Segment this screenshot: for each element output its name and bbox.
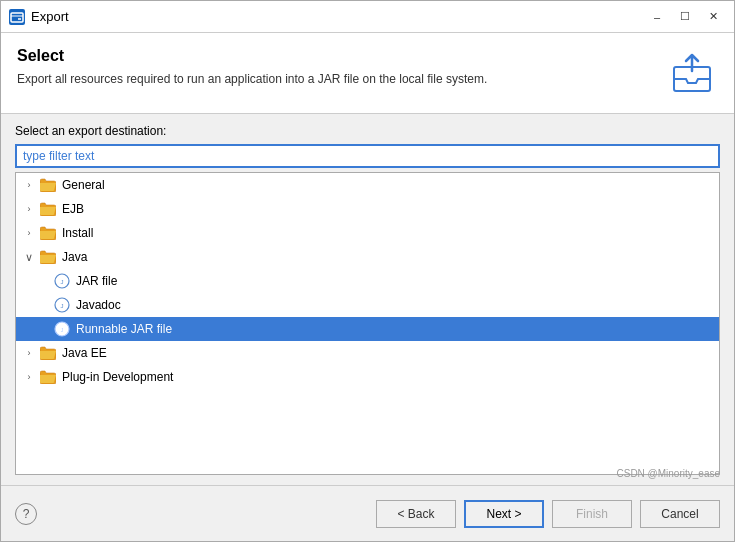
label-java: Java (62, 250, 87, 264)
label-jar-file: JAR file (76, 274, 117, 288)
header-icon (666, 47, 718, 99)
bottom-right: < Back Next > Finish Cancel (376, 500, 720, 528)
folder-icon-java-ee (40, 346, 58, 360)
folder-icon-plugin-dev (40, 370, 58, 384)
back-button[interactable]: < Back (376, 500, 456, 528)
label-javadoc: Javadoc (76, 298, 121, 312)
folder-icon-java (40, 250, 58, 264)
label-install: Install (62, 226, 93, 240)
export-dialog: Export – ☐ ✕ Select Export all resources… (0, 0, 735, 542)
tree-item-install[interactable]: › Install (16, 221, 719, 245)
label-ejb: EJB (62, 202, 84, 216)
header-title: Select (17, 47, 656, 65)
maximize-button[interactable]: ☐ (672, 7, 698, 27)
tree-item-jar-file[interactable]: J JAR file (16, 269, 719, 293)
svg-text:J: J (61, 279, 64, 285)
cancel-button[interactable]: Cancel (640, 500, 720, 528)
finish-button[interactable]: Finish (552, 500, 632, 528)
help-button[interactable]: ? (15, 503, 37, 525)
minimize-button[interactable]: – (644, 7, 670, 27)
tree-item-general[interactable]: › General (16, 173, 719, 197)
tree-item-javadoc[interactable]: J Javadoc (16, 293, 719, 317)
tree-item-java-ee[interactable]: › Java EE (16, 341, 719, 365)
arrow-plugin-dev: › (22, 370, 36, 384)
filter-input[interactable] (15, 144, 720, 168)
arrow-general: › (22, 178, 36, 192)
label-general: General (62, 178, 105, 192)
dialog-icon (9, 9, 25, 25)
bottom-left: ? (15, 503, 37, 525)
tree-item-java[interactable]: ∨ Java (16, 245, 719, 269)
arrow-java-ee: › (22, 346, 36, 360)
file-icon-runnable-jar: J (54, 321, 72, 337)
svg-rect-0 (11, 13, 23, 22)
arrow-java: ∨ (22, 250, 36, 264)
dialog-title: Export (31, 9, 644, 24)
folder-icon-ejb (40, 202, 58, 216)
bottom-bar: ? < Back Next > Finish Cancel (1, 485, 734, 541)
tree-item-plugin-dev[interactable]: › Plug-in Development (16, 365, 719, 389)
window-controls: – ☐ ✕ (644, 7, 726, 27)
tree-container[interactable]: › General › EJB (15, 172, 720, 475)
next-button[interactable]: Next > (464, 500, 544, 528)
export-destination-label: Select an export destination: (15, 124, 720, 138)
folder-icon-install (40, 226, 58, 240)
label-plugin-dev: Plug-in Development (62, 370, 173, 384)
content-section: Select an export destination: › General … (1, 114, 734, 485)
tree-item-runnable-jar[interactable]: J Runnable JAR file (16, 317, 719, 341)
file-icon-jar: J (54, 273, 72, 289)
svg-text:J: J (61, 303, 64, 309)
arrow-javadoc (36, 298, 50, 312)
tree-item-ejb[interactable]: › EJB (16, 197, 719, 221)
arrow-install: › (22, 226, 36, 240)
arrow-ejb: › (22, 202, 36, 216)
label-runnable-jar: Runnable JAR file (76, 322, 172, 336)
arrow-jar (36, 274, 50, 288)
close-button[interactable]: ✕ (700, 7, 726, 27)
header-description: Export all resources required to run an … (17, 71, 656, 88)
header-section: Select Export all resources required to … (1, 33, 734, 114)
arrow-runnable-jar (36, 322, 50, 336)
title-bar: Export – ☐ ✕ (1, 1, 734, 33)
file-icon-javadoc: J (54, 297, 72, 313)
folder-icon-general (40, 178, 58, 192)
header-text: Select Export all resources required to … (17, 47, 656, 88)
label-java-ee: Java EE (62, 346, 107, 360)
